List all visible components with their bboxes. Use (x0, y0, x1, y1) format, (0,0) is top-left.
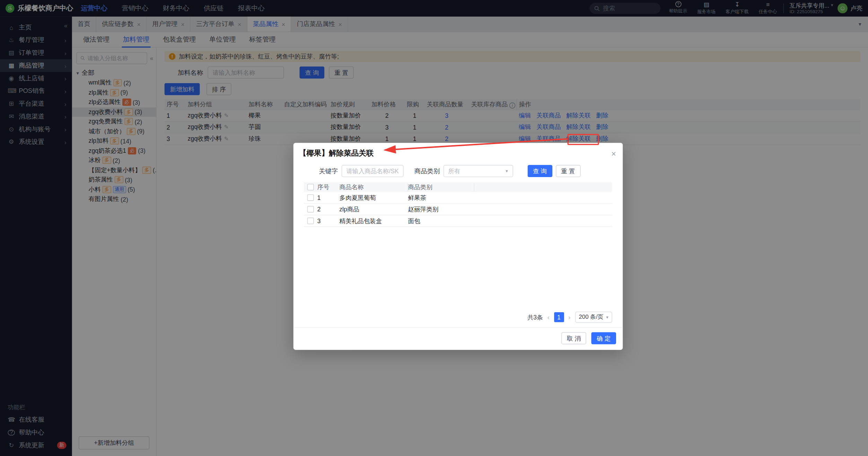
dialog-table-row: 3 精美礼品包装盒 面包 (304, 215, 612, 227)
cancel-button[interactable]: 取 消 (561, 332, 586, 344)
page-size-value: 200 条/页 (579, 313, 603, 321)
next-page-icon[interactable]: › (568, 313, 570, 321)
dialog-table-row: 2 zlp商品 赵丽萍类别 (304, 204, 612, 216)
current-page[interactable]: 1 (554, 312, 564, 322)
category-label: 商品类别 (414, 167, 440, 175)
dialog-filter-row: 关键字 商品类别 所有 ▾ 查 询 重 置 (319, 165, 623, 177)
column-header: 商品类别 (408, 183, 474, 191)
modal-reset-button[interactable]: 重 置 (555, 165, 580, 177)
confirm-button[interactable]: 确 定 (591, 332, 616, 344)
column-header: 序号 (317, 183, 339, 191)
page-size-select[interactable]: 200 条/页 ▾ (575, 312, 612, 323)
category-select-value: 所有 (448, 167, 460, 175)
keyword-input[interactable] (341, 165, 403, 177)
select-all-checkbox[interactable] (307, 184, 314, 190)
app-root: 乐 乐檬餐饮商户中心 运营中心营销中心财务中心供应链报表中心 ? 帮助提示 ▤ … (0, 0, 868, 456)
pagination: 共3条 ‹ 1 › 200 条/页 ▾ (304, 312, 612, 323)
row-checkbox[interactable] (307, 194, 314, 201)
category-select[interactable]: 所有 ▾ (443, 165, 513, 177)
pagination-total: 共3条 (527, 313, 543, 321)
dialog-table-row: 1 多肉夏黑葡萄 鲜果茶 (304, 192, 612, 204)
dialog-table-header: 序号 商品名称 商品类别 (304, 182, 612, 192)
column-header: 商品名称 (339, 183, 408, 191)
keyword-label: 关键字 (319, 167, 338, 175)
dialog-title: 【椰果】解除菜品关联 (299, 148, 374, 158)
unlink-dialog: 【椰果】解除菜品关联 × 关键字 商品类别 所有 ▾ 查 询 重 置 序号 商品… (293, 143, 623, 350)
dialog-table: 序号 商品名称 商品类别 1 多肉夏黑葡萄 鲜果茶 2 zlp商品 赵丽萍类别 … (304, 182, 612, 227)
row-checkbox[interactable] (307, 206, 314, 212)
caret-down-icon: ▾ (606, 315, 608, 319)
close-icon[interactable]: × (611, 149, 616, 158)
row-checkbox[interactable] (307, 218, 314, 224)
modal-search-button[interactable]: 查 询 (527, 165, 552, 177)
caret-down-icon: ▾ (506, 168, 508, 173)
prev-page-icon[interactable]: ‹ (547, 313, 549, 321)
dialog-footer: 取 消 确 定 (293, 327, 623, 350)
